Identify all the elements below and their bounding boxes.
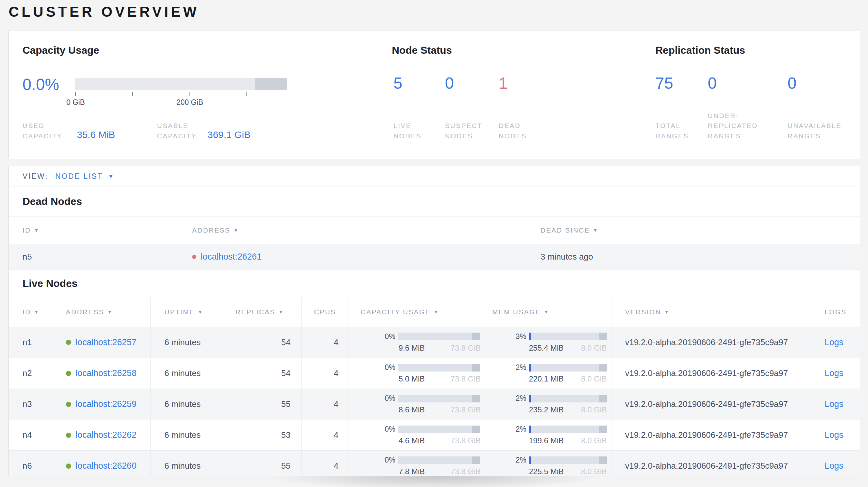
view-bar: VIEW: NODE LIST ▼ [9,166,860,187]
node-cpus: 4 [302,358,348,389]
mem-mini-fill [529,395,531,402]
live-node-row: n6 localhost:26260 6 minutes 55 4 0% [9,450,860,476]
node-mem-cell: 2% 220.1 MiB 8.0 GiB [481,358,612,389]
node-address-link[interactable]: localhost:26260 [75,461,136,471]
capacity-bar-track [75,78,287,90]
dead-nodes-count: 1 [499,75,550,91]
capacity-used-value: 4.6 MiB [399,436,425,445]
capacity-mini-other-segment [472,456,480,464]
mem-mini-bar [529,456,607,464]
live-header-cpus: CPUS [302,297,348,327]
node-capacity-cell: 0% 5.0 MiB 73.8 GiB [348,358,481,389]
live-header-version[interactable]: VERSION ▼ [612,297,813,327]
total-ranges-label: TOTALRANGES [655,121,689,141]
node-logs-link[interactable]: Logs [825,337,843,347]
node-logs-link[interactable]: Logs [825,368,843,378]
live-nodes-section-head: Live Nodes [9,270,860,297]
axis-tick [189,92,190,96]
dead-nodes-label: DEADNODES [499,121,527,141]
mem-mini-bar [529,395,607,402]
used-capacity-value: 35.6 MiB [77,129,115,140]
node-replicas: 54 [222,327,302,358]
sort-desc-icon: ▼ [544,310,549,315]
live-nodes-count: 5 [394,75,442,91]
dead-node-address-link[interactable]: localhost:26261 [201,252,261,262]
suspect-nodes-label: SUSPECTNODES [445,121,483,141]
node-uptime: 6 minutes [150,389,222,419]
capacity-total-value: 73.8 GiB [451,344,480,353]
dead-status-dot-icon [192,255,196,259]
live-header-mem-usage[interactable]: MEM USAGE ▼ [481,297,612,327]
node-logs-cell: Logs [813,358,860,389]
node-uptime: 6 minutes [150,358,222,389]
node-replicas: 53 [222,420,302,450]
axis-tick [246,92,247,96]
dead-node-address-cell: localhost:26261 [181,244,527,269]
live-status-dot-icon [66,402,71,407]
live-header-logs: LOGS [813,297,860,327]
mem-total-value: 8.0 GiB [581,405,607,414]
mem-mini-bar [529,426,607,433]
capacity-usage-panel: Capacity Usage 0.0% 0 GiB 200 GiB USEDCA… [23,44,373,141]
dead-header-dead-since[interactable]: DEAD SINCE ▼ [527,217,860,244]
capacity-percent: 0% [361,363,395,372]
live-nodes-label: LIVENODES [394,121,422,141]
node-address-link[interactable]: localhost:26262 [75,430,136,440]
view-selector-dropdown[interactable]: NODE LIST ▼ [55,172,115,181]
mem-mini-bar [529,364,607,371]
mem-total-value: 8.0 GiB [581,344,607,353]
mem-mini-fill [529,456,531,464]
node-replicas: 55 [222,451,302,476]
chevron-down-icon: ▼ [108,173,115,180]
view-label: VIEW: [23,172,48,181]
node-status-panel: Node Status 5 LIVENODES 0 SUSPECTNODES 1… [392,44,598,141]
mem-mini-fill [529,364,531,371]
live-header-replicas[interactable]: REPLICAS ▼ [222,297,302,327]
node-logs-link[interactable]: Logs [825,399,843,409]
sort-desc-icon: ▼ [664,310,670,315]
node-version: v19.2.0-alpha.20190606-2491-gfe735c9a97 [612,389,813,419]
node-address-link[interactable]: localhost:26259 [75,399,136,409]
live-header-uptime[interactable]: UPTIME ▼ [150,297,222,327]
axis-tick-label-200: 200 GiB [164,98,216,107]
node-address-link[interactable]: localhost:26257 [75,337,136,347]
sort-desc-icon: ▼ [434,310,439,315]
capacity-bar-chart: 0 GiB 200 GiB [75,78,287,90]
live-header-id[interactable]: ID ▼ [9,297,56,327]
live-status-dot-icon [66,371,71,376]
node-logs-cell: Logs [813,451,860,476]
dead-header-address[interactable]: ADDRESS ▼ [181,217,527,244]
node-mem-cell: 2% 235.2 MiB 8.0 GiB [481,389,612,419]
under-replicated-count: 0 [708,75,783,91]
dead-nodes-section-head: Dead Nodes [9,187,860,216]
node-id: n6 [9,451,56,476]
total-ranges-count: 75 [655,75,704,91]
mem-percent: 2% [492,456,526,464]
total-ranges-stat: 75 TOTALRANGES [655,75,704,141]
live-header-capacity-usage[interactable]: CAPACITY USAGE ▼ [348,297,481,327]
under-replicated-label: UNDER-REPLICATEDRANGES [708,111,758,141]
node-version: v19.2.0-alpha.20190606-2491-gfe735c9a97 [612,451,813,476]
mem-mini-fill [529,426,531,433]
live-nodes-stat: 5 LIVENODES [394,75,442,141]
mem-percent: 3% [492,332,526,341]
node-list-card: VIEW: NODE LIST ▼ Dead Nodes ID ▼ ADDRES… [8,166,860,476]
mem-used-value: 225.5 MiB [529,467,564,476]
unavailable-ranges-stat: 0 UNAVAILABLERANGES [787,75,858,141]
node-version: v19.2.0-alpha.20190606-2491-gfe735c9a97 [612,358,813,389]
dead-header-id[interactable]: ID ▼ [9,217,181,244]
capacity-stats: USEDCAPACITY 35.6 MiB USABLECAPACITY 369… [23,121,373,141]
live-status-dot-icon [66,433,71,438]
sort-desc-icon: ▼ [593,228,598,233]
usable-capacity-value: 369.1 GiB [208,129,250,140]
node-logs-link[interactable]: Logs [825,430,843,440]
mem-mini-other-segment [599,364,607,371]
axis-tick [75,92,76,96]
mem-used-value: 255.4 MiB [529,344,564,353]
mem-used-value: 199.6 MiB [529,436,564,445]
node-logs-link[interactable]: Logs [825,461,843,471]
node-id: n1 [9,327,56,358]
node-address-link[interactable]: localhost:26258 [75,368,136,378]
node-replicas: 55 [222,389,302,419]
live-header-address[interactable]: ADDRESS ▼ [56,297,150,327]
